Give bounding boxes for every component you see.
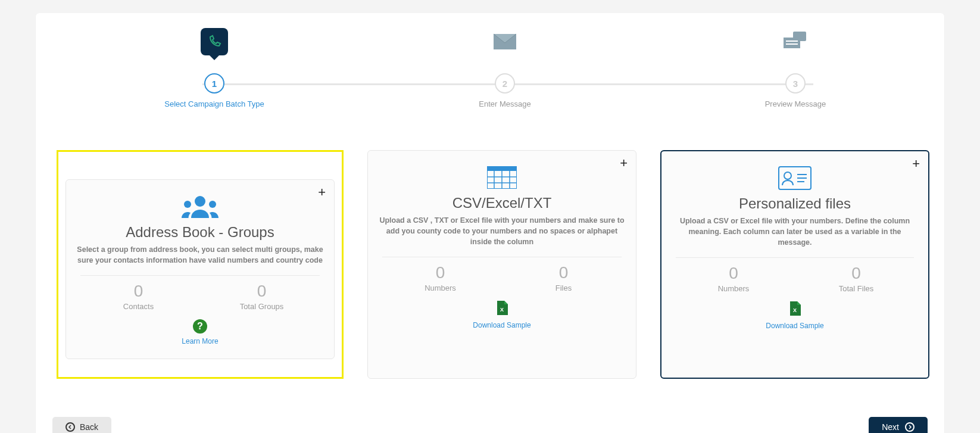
add-personalized-button[interactable]: + — [912, 157, 920, 170]
card-csv[interactable]: + CSV/Excel/TXT Upload a CSV , TXT or Ex… — [367, 150, 636, 379]
back-button[interactable]: Back — [52, 417, 111, 433]
add-address-book-button[interactable]: + — [318, 186, 326, 199]
stat-total-groups: 0 Total Groups — [200, 282, 323, 311]
card-slot-csv: + CSV/Excel/TXT Upload a CSV , TXT or Ex… — [367, 150, 636, 379]
divider — [676, 257, 914, 258]
chat-icon — [782, 25, 809, 58]
step-2-number: 2 — [495, 73, 515, 94]
step-1-icon-wrap — [201, 25, 228, 58]
stat-numbers-label: Numbers — [379, 284, 502, 292]
stat-total-files-label: Total Files — [795, 284, 917, 293]
step-2-label: Enter Message — [479, 99, 530, 108]
card-slot-address-book: + Address Book - Groups Select a group f… — [57, 150, 344, 379]
learn-more-link[interactable]: Learn More — [77, 337, 323, 345]
download-sample-link[interactable]: Download Sample — [672, 322, 917, 330]
stat-files-label: Files — [502, 284, 625, 292]
stat-files-value: 0 — [502, 263, 625, 282]
stat-numbers-value: 0 — [379, 263, 502, 282]
next-button-label: Next — [882, 422, 899, 432]
download-sample-link[interactable]: Download Sample — [379, 321, 625, 329]
card-personalized[interactable]: + Personalized files Upload a CSV or Exc… — [660, 150, 929, 379]
step-3-label: Preview Message — [765, 99, 826, 108]
stat-total-groups-label: Total Groups — [200, 302, 323, 311]
back-button-label: Back — [80, 422, 98, 432]
stat-files: 0 Files — [502, 263, 625, 292]
stats-row: 0 Numbers 0 Total Files — [672, 264, 917, 293]
stats-row: 0 Numbers 0 Files — [379, 263, 625, 292]
stat-numbers: 0 Numbers — [672, 264, 795, 293]
card-personalized-desc: Upload a CSV or Excel file with your num… — [672, 216, 917, 248]
stat-total-files-value: 0 — [795, 264, 917, 283]
cards-row: + Address Book - Groups Select a group f… — [48, 108, 932, 415]
svg-text:X: X — [500, 307, 504, 313]
card-action: ? Learn More — [77, 319, 323, 345]
card-csv-desc: Upload a CSV , TXT or Excel file with yo… — [379, 215, 625, 247]
people-icon — [77, 192, 323, 222]
stat-total-files: 0 Total Files — [795, 264, 917, 293]
step-1[interactable]: 1 Select Campaign Batch Type — [155, 25, 274, 108]
step-1-number: 1 — [204, 73, 224, 94]
envelope-icon — [493, 25, 517, 58]
card-address-book-desc: Select a group from address book, you ca… — [77, 244, 323, 266]
stat-numbers: 0 Numbers — [379, 263, 502, 292]
excel-file-icon: X — [496, 301, 508, 317]
stepper-steps: 1 Select Campaign Batch Type 2 Enter Mes… — [48, 25, 932, 108]
stat-total-groups-value: 0 — [200, 282, 323, 301]
card-address-book[interactable]: + Address Book - Groups Select a group f… — [65, 179, 335, 359]
stepper: 1 Select Campaign Batch Type 2 Enter Mes… — [48, 25, 932, 108]
card-action: X Download Sample — [379, 301, 625, 329]
divider — [80, 275, 320, 276]
highlight-frame: + Address Book - Groups Select a group f… — [57, 150, 344, 379]
svg-rect-5 — [786, 43, 798, 45]
stat-numbers-label: Numbers — [672, 284, 795, 293]
svg-point-18 — [784, 172, 791, 179]
card-personalized-title: Personalized files — [672, 195, 917, 212]
svg-rect-10 — [487, 166, 517, 171]
step-3[interactable]: 3 Preview Message — [736, 25, 855, 108]
footer: Back Next — [48, 415, 932, 433]
card-address-book-title: Address Book - Groups — [77, 224, 323, 241]
stat-numbers-value: 0 — [672, 264, 795, 283]
svg-text:X: X — [793, 307, 797, 313]
step-1-label: Select Campaign Batch Type — [164, 99, 264, 108]
stats-row: 0 Contacts 0 Total Groups — [77, 282, 323, 311]
id-card-icon — [672, 163, 917, 193]
svg-point-6 — [195, 196, 205, 207]
svg-rect-2 — [799, 32, 801, 33]
card-action: X Download Sample — [672, 301, 917, 330]
svg-point-8 — [209, 201, 216, 208]
arrow-right-icon — [905, 422, 915, 432]
next-button[interactable]: Next — [869, 417, 928, 433]
main-panel: 1 Select Campaign Batch Type 2 Enter Mes… — [36, 13, 944, 433]
divider — [382, 257, 622, 257]
spreadsheet-icon — [379, 163, 625, 192]
phone-icon — [201, 28, 228, 55]
step-3-number: 3 — [785, 73, 806, 94]
svg-point-7 — [184, 201, 191, 208]
stat-contacts-label: Contacts — [77, 302, 200, 311]
stat-contacts: 0 Contacts — [77, 282, 200, 311]
card-csv-title: CSV/Excel/TXT — [379, 195, 625, 211]
step-2[interactable]: 2 Enter Message — [445, 25, 564, 108]
svg-rect-4 — [786, 41, 798, 42]
stat-contacts-value: 0 — [77, 282, 200, 301]
excel-file-icon: X — [789, 301, 801, 318]
svg-rect-3 — [784, 38, 800, 48]
add-csv-button[interactable]: + — [620, 157, 628, 170]
arrow-left-icon — [65, 422, 75, 432]
card-slot-personalized: + Personalized files Upload a CSV or Exc… — [660, 150, 929, 379]
help-icon[interactable]: ? — [193, 319, 207, 334]
